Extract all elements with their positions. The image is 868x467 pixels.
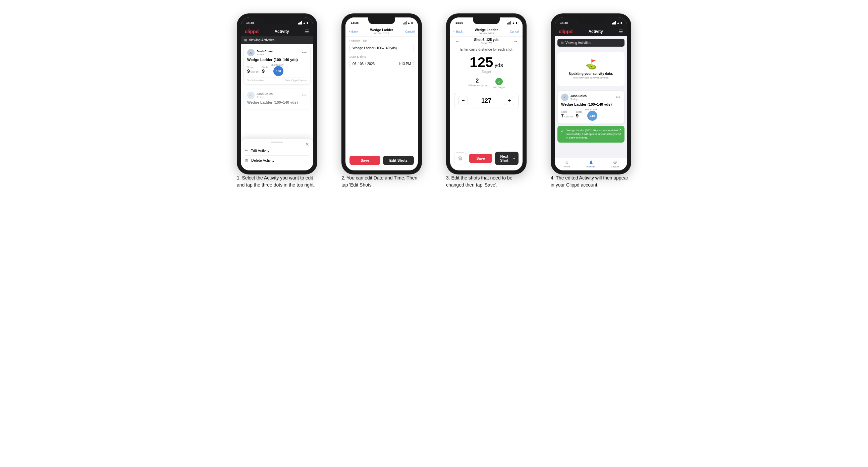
cancel-btn-3[interactable]: Cancel (510, 30, 519, 33)
dots-menu-4[interactable]: ••• (615, 95, 621, 100)
status-icons-1: ▲ ▮ (298, 21, 308, 25)
delete-label: Delete Activity (251, 158, 274, 162)
yardage-big: 125 (470, 54, 493, 70)
user-info-4: Josh Coles Today (570, 94, 587, 101)
bar3 (300, 22, 301, 25)
avatar-1: JC (247, 49, 254, 56)
phone-3: 14:39 ▲ ▮ < Back (446, 13, 527, 175)
shot-info: Shot 6, 125 yds (474, 38, 499, 41)
menu-icon-1[interactable]: ☰ (305, 29, 309, 34)
score-stat-1: Score 9 OUT OF (247, 66, 259, 74)
phone-1-container: 14:38 ▲ ▮ clippd Acti (230, 13, 324, 189)
updating-title: Updating your activity data. (561, 72, 621, 75)
form-section-2: Practice Title (345, 37, 418, 55)
user-name-2: Josh Coles (256, 92, 273, 96)
status-icons-4: ▲ ▮ (612, 21, 622, 25)
home-icon: ⌂ (565, 159, 568, 165)
user-date-2: Today (256, 96, 273, 99)
dots-menu-1[interactable]: ••• (302, 50, 307, 55)
sheet-handle-1 (271, 142, 283, 143)
nav-capture[interactable]: ⊕ Capture (603, 159, 627, 168)
hit-target-stat: ✓ Hit Target (493, 78, 505, 89)
description-3: 3. Edit the shots that need to be change… (446, 175, 527, 189)
battery-icon-1: ▮ (307, 22, 308, 25)
next-shot-btn[interactable]: Next Shot → (495, 152, 519, 165)
back-btn-2[interactable]: < Back (349, 30, 358, 33)
signal-bars-4 (612, 21, 616, 25)
card-stats-4: Score 7 OUT OF Shots 9 Shot Quality (561, 108, 621, 121)
save-btn-2[interactable]: Save (349, 156, 380, 165)
home-label: Home (564, 165, 570, 168)
footer-buttons-2: Save Edit Shots (349, 156, 414, 165)
shot-stats-row-3: 2 Difference (yds) ✓ Hit Target (450, 75, 523, 92)
phones-row: 14:38 ▲ ▮ clippd Acti (230, 13, 638, 189)
status-time-1: 14:38 (246, 21, 254, 25)
app-title-1: Activity (274, 29, 289, 34)
wifi-icon-3: ▲ (512, 22, 515, 25)
nav-activities[interactable]: ♟ Activities (579, 159, 603, 168)
phone-2: 14:38 ▲ ▮ < Back (341, 13, 422, 175)
wifi-icon-1: ▲ (303, 22, 306, 25)
input-row-3: − 127 + (454, 93, 519, 108)
avatar-name-4: JC Josh Coles Today (561, 94, 587, 101)
user-name-1: Josh Coles (256, 50, 273, 53)
date-month[interactable]: 03 (360, 62, 364, 66)
date-row: 06 / 03 / 2023 1:13 PM (349, 60, 414, 68)
edit-shots-btn[interactable]: Edit Shots (383, 156, 414, 165)
header-center-3: Wedge Ladder 06 Mar 2023 (475, 28, 498, 35)
shot-distance-input[interactable]: 127 (470, 97, 502, 104)
date-year[interactable]: 2023 (367, 62, 375, 66)
phone-2-screen: 14:38 ▲ ▮ < Back (345, 18, 418, 170)
date-day[interactable]: 06 (352, 62, 356, 66)
yardage-display: 125 yds (454, 55, 519, 69)
cancel-btn-2[interactable]: Cancel (405, 30, 414, 33)
datetime-section: Date & Time 06 / 03 / 2023 1:13 PM (345, 55, 418, 71)
check-icon-4: ✓ (561, 129, 564, 133)
app-header-4: clippd Activity ☰ (555, 27, 627, 36)
shots-val-1: 9 (262, 68, 268, 74)
dots-menu-2[interactable]: ••• (302, 93, 307, 98)
toast-close-4[interactable]: ✕ (619, 128, 622, 131)
footer-right-1: Data: Clippd Capture (285, 79, 307, 82)
menu-icon-4[interactable]: ☰ (619, 29, 623, 34)
viewing-text-1: Viewing Activities (249, 38, 275, 42)
sheet-close-1[interactable]: ✕ (305, 142, 309, 147)
edit-label: Edit Activity (251, 149, 269, 153)
notch-4 (578, 18, 604, 24)
practice-title-label: Practice Title (349, 39, 414, 42)
delete-activity-item[interactable]: 🗑 Delete Activity (245, 156, 309, 165)
battery-icon-2: ▮ (411, 22, 412, 25)
phone-4-screen: 14:38 ▲ ▮ clippd Acti (555, 18, 627, 170)
prev-shot-arrow[interactable]: ← (455, 39, 460, 44)
decrement-btn[interactable]: − (459, 96, 468, 105)
delete-shot-btn[interactable]: 🗑 (454, 152, 466, 164)
user-date-1: Today (256, 53, 273, 56)
edit-activity-item[interactable]: ✏ Edit Activity (245, 146, 309, 155)
score-label-4: Score (561, 111, 573, 113)
notch-2 (368, 18, 395, 24)
shot-yardage-3: 125 yds Target (450, 52, 523, 75)
next-shot-arrow-top[interactable]: → (513, 39, 518, 44)
phone-3-screen: 14:39 ▲ ▮ < Back (450, 18, 523, 170)
edit-icon: ✏ (245, 148, 248, 153)
shots-val-4: 9 (576, 113, 582, 118)
app-logo-1: clippd (245, 29, 258, 34)
nav-home[interactable]: ⌂ Home (555, 159, 579, 168)
back-btn-3[interactable]: < Back (454, 30, 463, 33)
header-sub-3: 06 Mar 2023 (475, 32, 498, 35)
practice-title-input[interactable] (349, 44, 414, 52)
activities-label: Activities (586, 165, 596, 168)
quality-label-1: Shot Quality (271, 64, 283, 66)
signal-bars-1 (298, 21, 302, 25)
bottom-nav-4: ⌂ Home ♟ Activities ⊕ Capture (555, 158, 627, 170)
time-value[interactable]: 1:13 PM (398, 62, 411, 66)
shots-stat-4: Shots 9 (576, 111, 582, 118)
carry-instruction: Enter carry distance for each shot (450, 46, 523, 52)
shots-stat-1: Shots 9 (262, 66, 268, 74)
increment-btn[interactable]: + (505, 96, 514, 105)
header-center-2: Wedge Ladder 06 Mar 2023 (370, 28, 394, 35)
save-shot-btn[interactable]: Save (469, 154, 492, 163)
quality-badge-4: 118 (587, 111, 597, 121)
avatar-name-2: JC Josh Coles Today (247, 92, 273, 99)
phone-4-container: 14:38 ▲ ▮ clippd Acti (544, 13, 638, 189)
